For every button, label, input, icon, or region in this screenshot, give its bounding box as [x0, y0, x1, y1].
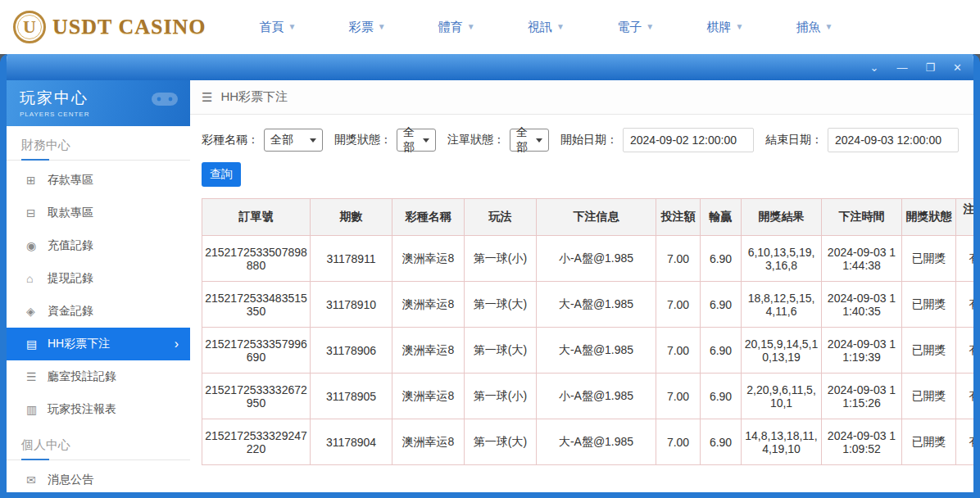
table-row: 215217253335799669031178906澳洲幸运8第一球(大)大-…: [202, 328, 974, 374]
sidebar-item-lottery-bets[interactable]: ▤HH彩票下注›: [7, 328, 190, 360]
table-header-cell: 期數: [311, 199, 392, 236]
table-cell: 6.90: [701, 374, 742, 419]
sidebar-item-label: 消息公告: [48, 473, 93, 487]
sidebar-item-withdraw[interactable]: ⊟取款專區: [7, 197, 190, 229]
nav-item-4[interactable]: 電子▼: [617, 20, 654, 35]
table-cell: 2024-09-03 11:09:52: [822, 419, 902, 465]
table-cell: 7.00: [656, 282, 701, 328]
table-cell: 已開獎: [902, 374, 956, 419]
chevron-down-icon: ▼: [735, 22, 743, 31]
end-date-label: 結束日期：: [765, 133, 823, 147]
deposit-icon: ⊞: [26, 174, 48, 187]
table-header-cell: 下注時間: [822, 199, 902, 236]
nav-item-label: 首頁: [260, 20, 284, 35]
recharge-record-icon: ◉: [26, 239, 48, 252]
window-close-button[interactable]: ✕: [953, 62, 962, 73]
sidebar-item-hall-bet-record[interactable]: ☰廳室投註記錄: [7, 360, 190, 393]
table-header-cell: 彩種名稱: [392, 199, 465, 236]
screen: U USDT CASINO 首頁▼彩票▼體育▼視訊▼電子▼棋牌▼捕魚▼ ⌄ — …: [0, 0, 980, 498]
sidebar: 玩家中心 PLAYERS CENTER 財務中心⊞存款專區⊟取款專區◉充值記錄⌂…: [7, 80, 190, 492]
table-header-cell: 輸贏: [701, 199, 742, 236]
table-cell: 6.90: [701, 328, 742, 374]
table-cell: 澳洲幸运8: [392, 374, 465, 419]
sidebar-item-label: 提現記錄: [48, 271, 93, 286]
table-cell: 2024-09-03 11:40:35: [822, 282, 902, 328]
table-cell: 7.00: [656, 374, 701, 419]
sidebar-item-recharge-record[interactable]: ◉充值記錄: [7, 229, 190, 262]
order-status-select[interactable]: 全部: [510, 129, 549, 152]
funds-record-icon: ◈: [26, 305, 48, 318]
table-cell: 7.00: [656, 236, 701, 282]
sidebar-item-label: HH彩票下注: [48, 337, 110, 351]
player-report-icon: ▥: [26, 403, 48, 416]
nav-item-1[interactable]: 彩票▼: [349, 20, 386, 35]
sidebar-item-funds-record[interactable]: ◈資金記錄: [7, 295, 190, 328]
nav-item-6[interactable]: 捕魚▼: [796, 20, 833, 35]
table-cell: 6.90: [701, 419, 742, 465]
gamepad-icon: [151, 88, 179, 111]
table-cell: 20,15,9,14,5,10,13,19: [742, 328, 822, 374]
table-cell: 有效: [956, 419, 974, 465]
cashout-record-icon: ⌂: [26, 272, 48, 285]
table-cell: 2024-09-03 11:19:39: [822, 328, 902, 374]
table-header-cell: 投注額: [656, 199, 701, 236]
table-row: 215217253333267295031178905澳洲幸运8第一球(小)小-…: [202, 374, 974, 419]
sidebar-item-player-report[interactable]: ▥玩家投注報表: [7, 393, 190, 426]
chevron-right-icon: ›: [175, 337, 179, 351]
table-header-cell: 注單狀態: [956, 199, 974, 236]
table-cell: 第一球(大): [465, 328, 537, 374]
search-button[interactable]: 查詢: [202, 162, 241, 187]
table-header-cell: 開獎結果: [742, 199, 822, 236]
table-header-cell: 玩法: [465, 199, 537, 236]
table-cell: 有效: [956, 236, 974, 282]
chevron-down-icon: [536, 138, 542, 143]
window-collapse-button[interactable]: ⌄: [870, 62, 879, 73]
lottery-name-value: 全部: [270, 133, 293, 147]
section-divider: [7, 460, 190, 460]
sidebar-item-deposit[interactable]: ⊞存款專區: [7, 164, 190, 197]
table-cell: 已開獎: [902, 282, 956, 328]
sidebar-section-title: 財務中心: [7, 126, 190, 160]
sidebar-item-label: 廳室投註記錄: [48, 369, 116, 384]
table-cell: 有效: [956, 328, 974, 374]
sidebar-section-title: 個人中心: [7, 426, 190, 460]
table-cell: 18,8,12,5,15,4,11,6: [742, 282, 822, 328]
lottery-name-label: 彩種名稱：: [202, 133, 259, 147]
lottery-name-select[interactable]: 全部: [264, 129, 323, 152]
table-cell: 6.90: [701, 282, 742, 328]
bets-table: 訂單號期數彩種名稱玩法下注信息投注額輸贏開獎結果下注時間開獎狀態注單狀態 215…: [202, 198, 973, 465]
end-date-input[interactable]: [828, 128, 959, 152]
nav-item-3[interactable]: 視訊▼: [528, 20, 565, 35]
menu-toggle-icon[interactable]: ☰: [202, 90, 212, 105]
sidebar-item-label: 玩家投注報表: [48, 402, 116, 417]
nav-item-label: 棋牌: [706, 20, 731, 35]
table-cell: 2024-09-03 11:15:26: [822, 374, 902, 419]
hall-bet-record-icon: ☰: [26, 370, 48, 383]
nav-item-0[interactable]: 首頁▼: [260, 20, 297, 35]
table-cell: 已開獎: [902, 236, 956, 282]
logo-text: USDT CASINO: [52, 15, 206, 39]
table-cell: 31178910: [311, 282, 392, 328]
table-cell: 第一球(大): [465, 282, 537, 328]
window-body: 玩家中心 PLAYERS CENTER 財務中心⊞存款專區⊟取款專區◉充值記錄⌂…: [7, 80, 973, 492]
sidebar-item-message-notice[interactable]: ✉消息公告: [7, 464, 190, 492]
app-window: ⌄ — ❐ ✕ 玩家中心 PLAYERS CENTER 財務: [0, 54, 980, 498]
top-nav: 首頁▼彩票▼體育▼視訊▼電子▼棋牌▼捕魚▼: [260, 20, 833, 35]
table-row: 215217253350789888031178911澳洲幸运8第一球(小)小-…: [202, 236, 974, 282]
window-controls: ⌄ — ❐ ✕: [870, 62, 973, 73]
window-minimize-button[interactable]: —: [896, 62, 907, 73]
window-maximize-button[interactable]: ❐: [925, 62, 935, 73]
nav-item-label: 電子: [617, 20, 642, 35]
draw-status-select[interactable]: 全部: [397, 129, 436, 152]
top-bar: U USDT CASINO 首頁▼彩票▼體育▼視訊▼電子▼棋牌▼捕魚▼: [0, 0, 980, 54]
nav-item-label: 體育: [438, 20, 463, 35]
table-cell: 已開獎: [902, 328, 956, 374]
table-cell: 澳洲幸运8: [392, 328, 465, 374]
breadcrumb: ☰ HH彩票下注: [190, 80, 973, 115]
chevron-down-icon: ▼: [378, 22, 386, 31]
start-date-input[interactable]: [623, 128, 754, 152]
site-logo[interactable]: U USDT CASINO: [13, 11, 206, 43]
nav-item-2[interactable]: 體育▼: [438, 20, 475, 35]
nav-item-5[interactable]: 棋牌▼: [706, 20, 743, 35]
sidebar-item-cashout-record[interactable]: ⌂提現記錄: [7, 262, 190, 295]
